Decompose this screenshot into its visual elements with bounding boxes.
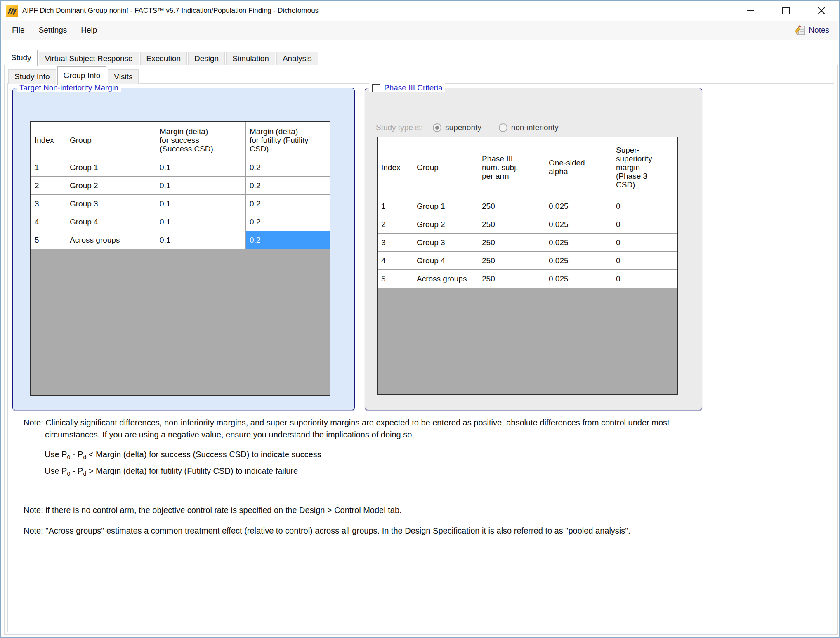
tab-design[interactable]: Design (188, 52, 225, 65)
phase3-criteria-title: Phase III Criteria (369, 83, 445, 92)
main-tab-strip: Study Virtual Subject Response Execution… (5, 50, 319, 65)
noninferiority-margin-table: Index Group Margin (delta) for success (… (30, 121, 330, 396)
cell-group[interactable]: Group 1 (66, 158, 156, 177)
header-group: Group (66, 122, 156, 158)
cell-group[interactable]: Across groups (66, 231, 156, 249)
header-margin-futility: Margin (delta) for futility (Futility CS… (246, 122, 330, 158)
table-row: 2 Group 2 0.1 0.2 (31, 177, 330, 195)
table-row: 5 Across groups 0.1 0.2 (31, 231, 330, 249)
cell-super-margin[interactable]: 0 (612, 197, 677, 215)
cell-phase3-subjects[interactable]: 250 (478, 215, 545, 234)
tab-execution[interactable]: Execution (140, 52, 187, 65)
tab-simulation[interactable]: Simulation (226, 52, 275, 65)
target-noninferiority-margin-panel: Target Non-inferiority Margin Index Grou… (12, 83, 355, 410)
cell-alpha[interactable]: 0.025 (545, 215, 612, 234)
cell-margin-futility[interactable]: 0.2 (246, 195, 330, 213)
selected-cell[interactable]: 0.2 (246, 231, 330, 249)
radio-non-inferiority-label: non-inferiority (511, 123, 559, 132)
cell-margin-futility[interactable]: 0.2 (246, 177, 330, 195)
maximize-button[interactable] (768, 1, 804, 21)
cell-index[interactable]: 1 (378, 197, 413, 215)
cell-index[interactable]: 3 (31, 195, 66, 213)
cell-super-margin[interactable]: 0 (612, 252, 677, 270)
panel-title-text: Phase III Criteria (384, 83, 443, 92)
notes-button[interactable]: Notes (795, 25, 829, 36)
application-window: AIPF Dich Dominant Group noninf - FACTS™… (0, 0, 840, 638)
cell-super-margin[interactable]: 0 (612, 270, 677, 288)
table-row: 1 Group 1 0.1 0.2 (31, 158, 330, 177)
cell-margin-success[interactable]: 0.1 (156, 158, 246, 177)
subtab-visits[interactable]: Visits (108, 69, 139, 84)
header-margin-success: Margin (delta) for success (Success CSD) (156, 122, 246, 158)
title-bar: AIPF Dich Dominant Group noninf - FACTS™… (1, 1, 839, 21)
futility-rule-text: Use P0 - Pd > Margin (delta) for futilit… (45, 466, 298, 477)
cell-group[interactable]: Across groups (413, 270, 478, 288)
cell-group[interactable]: Group 2 (413, 215, 478, 234)
cell-phase3-subjects[interactable]: 250 (478, 197, 545, 215)
cell-group[interactable]: Group 2 (66, 177, 156, 195)
cell-alpha[interactable]: 0.025 (545, 234, 612, 252)
cell-margin-success[interactable]: 0.1 (156, 177, 246, 195)
cell-index[interactable]: 2 (31, 177, 66, 195)
table-row: 3 Group 3 0.1 0.2 (31, 195, 330, 213)
cell-index[interactable]: 2 (378, 215, 413, 234)
minimize-button[interactable] (733, 1, 768, 21)
radio-non-inferiority[interactable]: non-inferiority (499, 123, 559, 132)
cell-index[interactable]: 3 (378, 234, 413, 252)
note-control-arm: Note: if there is no control arm, the ob… (24, 504, 725, 516)
minimize-icon (746, 6, 755, 15)
header-group: Group (413, 137, 478, 197)
table-row: 4 Group 4 0.1 0.2 (31, 213, 330, 231)
cell-index[interactable]: 1 (31, 158, 66, 177)
cell-super-margin[interactable]: 0 (612, 234, 677, 252)
cell-phase3-subjects[interactable]: 250 (478, 234, 545, 252)
phase3-criteria-checkbox[interactable] (372, 84, 380, 92)
window-title: AIPF Dich Dominant Group noninf - FACTS™… (22, 7, 319, 15)
success-rule-text: Use P0 - Pd < Margin (delta) for success… (45, 450, 321, 461)
header-index: Index (31, 122, 66, 158)
close-icon (817, 6, 826, 15)
cell-margin-futility[interactable]: 0.2 (246, 213, 330, 231)
menu-bar: File Settings Help Notes (2, 21, 838, 40)
menu-help[interactable]: Help (74, 21, 104, 40)
cell-index[interactable]: 4 (378, 252, 413, 270)
cell-margin-success[interactable]: 0.1 (156, 213, 246, 231)
notes-button-label: Notes (809, 26, 829, 35)
subtab-group-info[interactable]: Group Info (57, 66, 107, 85)
cell-super-margin[interactable]: 0 (612, 215, 677, 234)
sub-tab-strip: Study Info Group Info Visits (8, 67, 140, 84)
phase3-criteria-table: Index Group Phase III num. subj. per arm… (377, 137, 678, 395)
cell-index[interactable]: 5 (378, 270, 413, 288)
cell-group[interactable]: Group 4 (413, 252, 478, 270)
cell-index[interactable]: 4 (31, 213, 66, 231)
table-row: 2 Group 2 250 0.025 0 (378, 215, 677, 234)
cell-group[interactable]: Group 3 (66, 195, 156, 213)
cell-index[interactable]: 5 (31, 231, 66, 249)
header-phase3-subjects: Phase III num. subj. per arm (478, 137, 545, 197)
cell-group[interactable]: Group 1 (413, 197, 478, 215)
tab-study[interactable]: Study (5, 50, 38, 66)
radio-superiority[interactable]: superiority (433, 123, 481, 132)
study-type-row: Study type is: superiority non-inferiori… (376, 123, 576, 132)
close-button[interactable] (804, 1, 839, 21)
menu-settings[interactable]: Settings (32, 21, 74, 40)
table-row: 5 Across groups 250 0.025 0 (378, 270, 677, 288)
cell-margin-success[interactable]: 0.1 (156, 195, 246, 213)
radio-non-inferiority-icon (499, 123, 507, 132)
cell-phase3-subjects[interactable]: 250 (478, 270, 545, 288)
table-empty-area (378, 288, 677, 394)
cell-group[interactable]: Group 3 (413, 234, 478, 252)
subtab-study-info[interactable]: Study Info (8, 69, 56, 84)
cell-alpha[interactable]: 0.025 (545, 197, 612, 215)
cell-phase3-subjects[interactable]: 250 (478, 252, 545, 270)
tab-analysis[interactable]: Analysis (276, 52, 318, 65)
cell-alpha[interactable]: 0.025 (545, 252, 612, 270)
notes-icon (795, 25, 806, 36)
cell-group[interactable]: Group 4 (66, 213, 156, 231)
tab-virtual-subject-response[interactable]: Virtual Subject Response (39, 52, 139, 65)
cell-margin-futility[interactable]: 0.2 (246, 158, 330, 177)
cell-alpha[interactable]: 0.025 (545, 270, 612, 288)
cell-margin-success[interactable]: 0.1 (156, 231, 246, 249)
menu-file[interactable]: File (5, 21, 32, 40)
header-super-superiority-margin: Super- superiority margin (Phase 3 CSD) (612, 137, 677, 197)
